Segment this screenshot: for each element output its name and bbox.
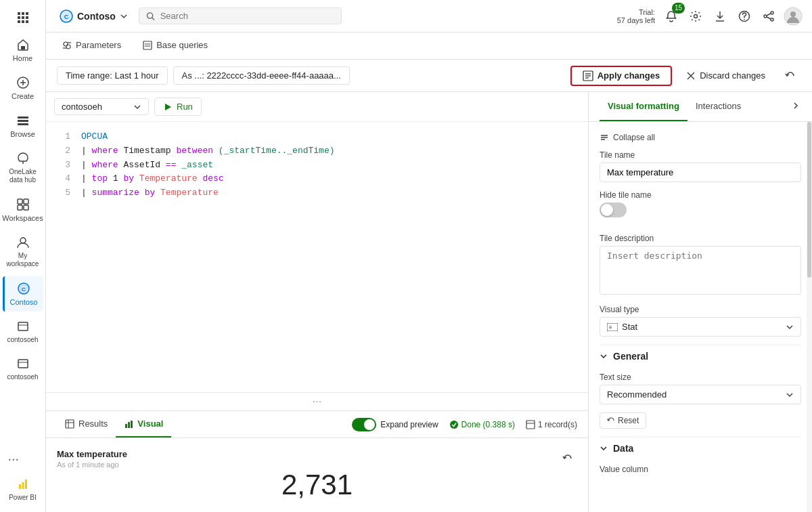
tile-description-input[interactable] [600, 246, 801, 295]
sidebar-item-my-workspace[interactable]: My workspace [3, 230, 43, 274]
tab-base-queries-label: Base queries [156, 40, 208, 50]
run-play-icon [163, 102, 173, 112]
refresh-topbar-button[interactable] [780, 65, 801, 87]
sidebar-onelake-label: OneLake data hub [5, 168, 41, 184]
sidebar-contoso-label: Contoso [10, 298, 38, 306]
visual-stat-value: 2,731 [281, 469, 353, 501]
sidebar-item-onelake[interactable]: OneLake data hub [3, 146, 43, 190]
drag-handle[interactable]: ··· [46, 392, 588, 410]
discard-changes-button[interactable]: Discard changes [677, 66, 774, 85]
sidebar-item-power-bi[interactable]: Power BI [3, 472, 43, 507]
search-box[interactable] [139, 7, 342, 24]
run-button[interactable]: Run [154, 98, 202, 116]
general-section-header[interactable]: General [600, 345, 801, 367]
settings-icon [690, 10, 702, 22]
sidebar-create-label: Create [12, 92, 34, 100]
svg-point-69 [450, 421, 458, 429]
sidebar-more-dots[interactable]: ··· [3, 446, 43, 472]
code-line-4: 4 | top 1 by Temperature desc [57, 172, 577, 186]
tab-interactions[interactable]: Interactions [687, 92, 749, 121]
topbar: C Contoso Trial: 57 days left 15 [46, 0, 812, 33]
time-range-button[interactable]: Time range: Last 1 hour [57, 66, 168, 85]
browse-icon [16, 114, 30, 127]
help-button[interactable] [734, 5, 755, 27]
svg-rect-18 [24, 199, 28, 204]
avatar-icon [784, 7, 803, 26]
sidebar-item-apps[interactable] [3, 5, 43, 30]
text-size-chevron-icon [786, 391, 794, 399]
right-panel-scrollbar[interactable] [807, 122, 812, 512]
tab-visual-formatting[interactable]: Visual formatting [600, 92, 687, 121]
visual-type-chevron-icon [786, 323, 794, 331]
visual-type-value-row: ≡ Stat [607, 322, 637, 332]
svg-line-36 [152, 18, 154, 20]
sidebar-item-browse[interactable]: Browse [3, 108, 43, 144]
scrollbar-thumb[interactable] [807, 122, 811, 278]
svg-rect-6 [18, 20, 20, 23]
sidebar-item-create[interactable]: Create [3, 70, 43, 106]
sidebar-item-contosoeh2[interactable]: contosoeh [3, 351, 43, 386]
sidebar-workspaces-label: Workspaces [2, 214, 43, 222]
svg-rect-4 [22, 16, 24, 19]
text-size-dropdown[interactable]: Recommended [600, 385, 801, 404]
brand-icon: C [60, 9, 73, 23]
visual-type-dropdown[interactable]: ≡ Stat [600, 317, 801, 337]
notification-button[interactable]: 15 [660, 5, 682, 27]
my-workspace-icon [16, 236, 30, 249]
svg-rect-20 [24, 205, 28, 210]
as-filter-button[interactable]: As ...: 2222cccc-33dd-eeee-ff44-aaaaa... [173, 66, 350, 85]
sidebar-item-workspaces[interactable]: Workspaces [3, 192, 43, 228]
action-bar: Time range: Last 1 hour As ...: 2222cccc… [46, 60, 812, 92]
share-button[interactable] [758, 5, 780, 27]
search-input[interactable] [160, 11, 334, 21]
tab-results-label: Results [78, 419, 108, 429]
brand-button[interactable]: C Contoso [54, 7, 133, 26]
tab-parameters[interactable]: Parameters [57, 33, 127, 59]
collapse-all-button[interactable]: Collapse all [600, 130, 801, 145]
svg-rect-1 [22, 12, 24, 15]
data-section-header[interactable]: Data [600, 437, 801, 459]
query-toolbar: contosoeh Run [46, 92, 588, 122]
tab-visual[interactable]: Visual [116, 411, 171, 438]
expand-panel-button[interactable] [790, 100, 801, 113]
svg-marker-62 [165, 104, 171, 110]
code-editor[interactable]: 1 OPCUA 2 | where Timestamp between (_st… [46, 122, 588, 392]
tab-results[interactable]: Results [57, 411, 116, 438]
hide-tile-name-toggle[interactable] [600, 202, 627, 217]
svg-rect-67 [128, 422, 130, 428]
svg-text:≡: ≡ [609, 324, 612, 330]
svg-point-21 [20, 238, 26, 243]
sidebar-my-workspace-label: My workspace [5, 252, 41, 268]
visual-refresh-button[interactable] [558, 449, 577, 468]
sidebar-item-contosoeh1[interactable]: contosoeh [3, 314, 43, 349]
general-chevron-icon [600, 352, 608, 360]
status-done: Done (0.388 s) [449, 420, 515, 429]
contosoeh1-icon [16, 320, 30, 333]
results-status-row: Expand preview Done (0.388 s) [352, 418, 577, 431]
svg-rect-15 [18, 123, 28, 125]
download-button[interactable] [709, 5, 731, 27]
user-avatar-button[interactable] [782, 5, 804, 27]
dropdown-chevron-icon [133, 103, 141, 111]
svg-rect-2 [26, 12, 28, 15]
sidebar-item-contoso[interactable]: C Contoso [3, 276, 43, 312]
status-records: 1 record(s) [526, 420, 577, 429]
sidebar-item-home[interactable]: Home [3, 33, 43, 68]
tile-name-input[interactable] [600, 163, 801, 182]
svg-point-37 [694, 14, 698, 18]
svg-point-50 [66, 45, 70, 49]
right-tabs: Visual formatting Interactions [589, 92, 812, 122]
value-column-label: Value column [600, 459, 801, 474]
tab-base-queries[interactable]: Base queries [137, 33, 213, 59]
svg-rect-19 [18, 205, 22, 210]
toggle-track[interactable] [352, 418, 376, 431]
database-dropdown[interactable]: contosoeh [54, 98, 149, 115]
expand-preview-toggle[interactable]: Expand preview [352, 418, 438, 431]
svg-rect-5 [26, 16, 28, 19]
create-icon [16, 76, 30, 89]
apply-changes-icon [583, 70, 593, 81]
general-reset-button[interactable]: Reset [600, 412, 646, 429]
apply-changes-button[interactable]: Apply changes [570, 66, 672, 86]
svg-rect-14 [18, 120, 28, 122]
settings-button[interactable] [685, 5, 706, 27]
